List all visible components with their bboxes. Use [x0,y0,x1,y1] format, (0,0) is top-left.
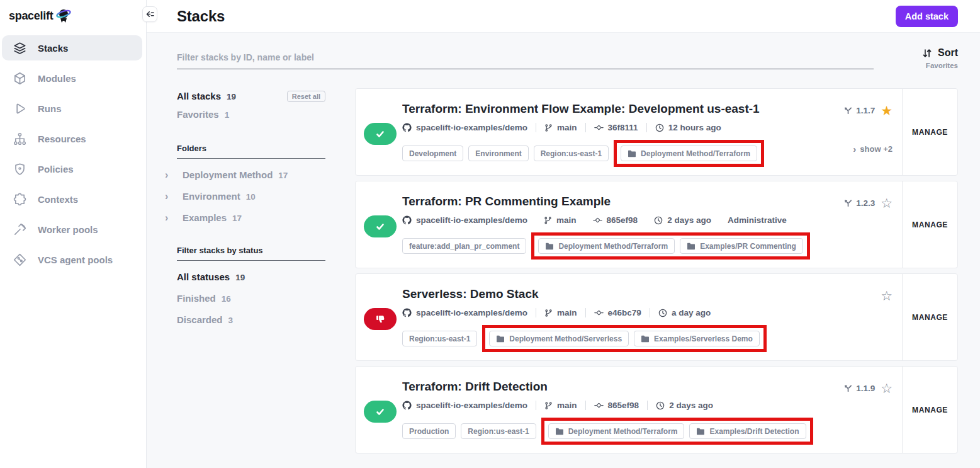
stack-title[interactable]: Terraform: Environment Flow Example: Dev… [402,101,782,117]
annotation-highlight-box: Deployment Method/Terraform [614,140,764,167]
collapse-sidebar-button[interactable] [142,6,157,22]
stack-list: Terraform: Environment Flow Example: Dev… [355,88,958,454]
favorite-star-icon[interactable]: ☆ [881,289,893,302]
folder-tag[interactable]: Deployment Method/Terraform [621,146,757,161]
folder-icon [641,335,650,343]
sidebar-item-label: Modules [38,73,76,84]
manage-button[interactable]: MANAGE [902,89,957,175]
git-branch-icon [544,216,552,225]
stack-card: Terraform: PR Commenting Example spaceli… [355,181,958,268]
administrative-flag: Administrative [728,215,787,225]
filter-favorites[interactable]: Favorites 1 [165,109,325,120]
content-area: Sort Favorites All stacks 19 Reset all [147,33,980,468]
pickaxe-icon [13,222,27,237]
filter-all-stacks[interactable]: All stacks 19 [165,91,236,101]
github-icon [402,308,412,317]
manage-button[interactable]: MANAGE [902,367,957,453]
folder-tag[interactable]: Examples/Serverless Demo [634,331,760,346]
git-branch-icon [544,401,553,410]
folder-tag[interactable]: Deployment Method/Terraform [548,423,685,439]
divider [646,123,647,132]
manage-button[interactable]: MANAGE [902,181,957,268]
folder-tag[interactable]: Deployment Method/Terraform [538,238,675,254]
stack-card: Serverless: Demo Stack spacelift-io-exam… [355,273,958,361]
chevron-right-icon: › [165,170,171,180]
folders-section-title: Folders [177,144,325,159]
clock-icon [656,401,665,410]
folder-filter-deployment-method[interactable]: › Deployment Method 17 [165,169,325,180]
last-update-time: a day ago [658,308,711,317]
filter-count: 1 [225,110,230,120]
version-fork-icon [844,199,852,207]
collapse-arrow-icon [145,9,155,19]
sidebar-item-worker-pools[interactable]: Worker pools [2,217,142,242]
sidebar-item-vcs-agent-pools[interactable]: VCS agent pools [2,247,142,272]
folder-filter-environment[interactable]: › Environment 10 [165,191,325,202]
status-success-badge [364,215,397,237]
manage-button[interactable]: MANAGE [902,274,957,360]
label-tag[interactable]: Region:us-east-1 [534,146,609,161]
label-tag[interactable]: Environment [468,146,528,161]
sidebar-item-runs[interactable]: Runs [2,96,142,121]
sidebar-item-modules[interactable]: Modules [2,66,142,91]
sort-control: Sort Favorites [922,47,958,69]
sidebar-item-policies[interactable]: Policies [2,156,142,181]
sidebar: spacelift Stacks [0,0,147,468]
sidebar-item-stacks[interactable]: Stacks [2,35,142,60]
commit-hash: e46bc79 [594,308,641,317]
page-header: Stacks Add stack [147,0,980,33]
label-tag[interactable]: Production [402,423,456,439]
favorite-star-icon[interactable]: ★ [881,104,893,117]
sidebar-item-label: Runs [38,103,62,114]
sidebar-item-resources[interactable]: Resources [2,126,142,151]
annotation-highlight-box: Deployment Method/Terraform Examples/PR … [531,232,810,260]
status-filter-finished[interactable]: Finished 16 [165,293,325,304]
repo-name: spacelift-io-examples/demo [402,215,527,225]
sidebar-item-label: Policies [38,164,74,174]
folder-label: Deployment Method [183,169,273,180]
status-filter-discarded[interactable]: Discarded 3 [165,314,325,325]
folder-label: Environment [183,191,240,202]
folder-label: Examples [183,212,227,223]
play-icon [13,101,27,116]
add-stack-button[interactable]: Add stack [896,6,958,27]
terraform-version: 1.1.9 [844,384,875,393]
favorite-star-icon[interactable]: ☆ [881,382,893,395]
commit-icon [594,309,604,316]
label-tag[interactable]: Development [402,146,463,161]
show-more-tags-button[interactable]: › show +2 [853,144,893,154]
folder-tag[interactable]: Deployment Method/Serverless [489,331,629,346]
label-tag[interactable]: Region:us-east-1 [461,423,536,439]
clock-icon [658,309,667,317]
branch-name: main [544,123,577,132]
sort-button[interactable]: Sort [922,47,958,59]
commit-icon [593,217,602,224]
thumbs-down-icon [375,314,386,324]
stack-title[interactable]: Serverless: Demo Stack [402,287,782,302]
cube-icon [13,71,27,86]
chevron-right-icon: › [165,191,171,202]
spacelift-logo: spacelift [0,5,146,30]
reset-all-button[interactable]: Reset all [287,91,325,102]
sidebar-item-contexts[interactable]: Contexts [2,186,142,212]
favorite-star-icon[interactable]: ☆ [881,197,893,210]
commit-hash: 865ef98 [594,401,639,410]
stack-title[interactable]: Terraform: PR Commenting Example [402,194,782,209]
label-tag[interactable]: Region:us-east-1 [402,331,477,346]
hierarchy-icon [13,132,27,146]
git-branch-icon [544,123,553,132]
stack-title[interactable]: Terraform: Drift Detection [402,379,782,394]
status-filter-all[interactable]: All statuses 19 [165,271,325,282]
sidebar-item-label: Stacks [38,43,68,54]
sidebar-item-label: Contexts [38,194,78,205]
sort-arrows-icon [922,48,932,59]
label-tag[interactable]: feature:add_plan_pr_comment [402,238,526,254]
branch-name: main [544,215,577,225]
commit-icon [594,402,604,409]
folder-icon [555,428,564,435]
folder-filter-examples[interactable]: › Examples 17 [165,212,325,223]
app-window: spacelift Stacks [0,0,980,468]
filter-label: All stacks [177,91,221,101]
toolbar: Sort Favorites [165,50,958,69]
stack-filter-input[interactable] [177,50,874,69]
